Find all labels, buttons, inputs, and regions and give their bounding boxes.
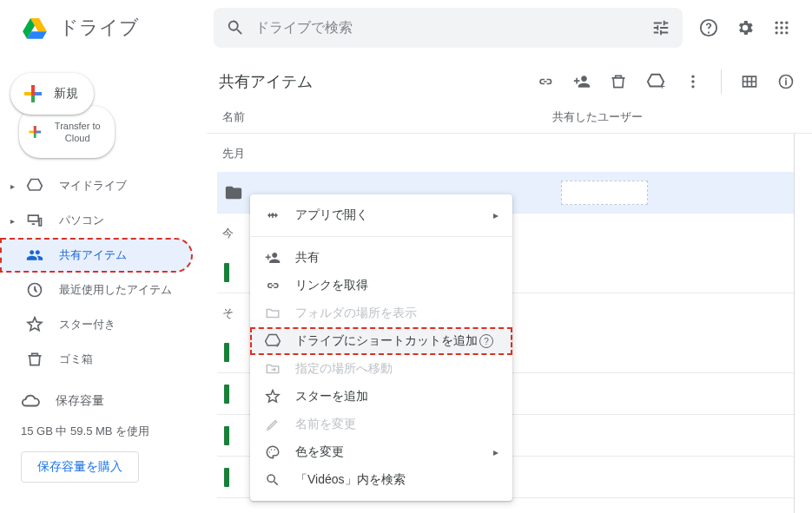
separator <box>721 69 722 94</box>
new-button[interactable]: 新規 <box>10 73 94 115</box>
mydrive-icon <box>24 177 45 194</box>
open-with-icon <box>264 207 281 224</box>
shared-icon <box>24 247 45 264</box>
star-icon <box>264 388 281 405</box>
svg-point-22 <box>271 449 273 451</box>
search-icon <box>264 471 281 489</box>
sidebar-nav: ▸ マイドライブ ▸ パソコン 共有アイテム 最近使用したアイテム <box>0 168 207 377</box>
move-icon <box>264 360 281 378</box>
settings-icon[interactable] <box>735 17 756 38</box>
sidebar-item-mydrive[interactable]: ▸ マイドライブ <box>0 168 193 203</box>
folder-icon <box>224 183 243 202</box>
svg-point-11 <box>776 31 778 34</box>
new-label: 新規 <box>54 86 78 102</box>
item-icon <box>224 343 229 362</box>
col-shared-by[interactable]: 共有したユーザー <box>552 109 643 125</box>
ctx-rename: 名前を変更 <box>250 411 512 438</box>
chevron-right-icon: ▸ <box>493 446 498 458</box>
cloud-icon <box>21 391 40 411</box>
ctx-change-color[interactable]: 色を変更 ▸ <box>250 438 512 466</box>
svg-point-5 <box>776 22 778 24</box>
svg-point-17 <box>691 80 694 82</box>
sidebar-item-computers[interactable]: ▸ パソコン <box>0 203 193 238</box>
star-icon <box>24 316 45 333</box>
svg-text:+: + <box>275 341 280 350</box>
delete-icon[interactable] <box>610 73 627 90</box>
grid-view-icon[interactable] <box>741 73 758 90</box>
svg-point-21 <box>269 451 271 453</box>
devices-icon <box>24 212 45 229</box>
chevron-right-icon: ▸ <box>10 181 21 191</box>
ctx-move: 指定の場所へ移動 <box>250 355 512 383</box>
svg-point-7 <box>785 22 788 24</box>
help-icon[interactable]: ? <box>479 334 493 348</box>
storage-usage: 15 GB 中 59.5 MB を使用 <box>21 424 189 439</box>
item-icon <box>224 468 229 487</box>
menu-separator <box>250 236 512 237</box>
person-add-icon <box>264 249 281 266</box>
link-icon <box>264 277 281 294</box>
sidebar-item-shared[interactable]: 共有アイテム <box>0 238 193 273</box>
sidebar-item-trash[interactable]: ゴミ箱 <box>0 342 193 377</box>
more-icon[interactable] <box>684 73 702 90</box>
svg-point-18 <box>691 85 694 88</box>
ctx-open-with[interactable]: アプリで開く ▸ <box>250 201 512 229</box>
ctx-show-location: フォルダの場所を表示 <box>250 299 512 327</box>
app-header: ドライブ ドライブで検索 <box>0 0 812 56</box>
column-headers: 名前 共有したユーザー <box>207 108 812 134</box>
item-icon <box>224 263 229 282</box>
sidebar-item-recent[interactable]: 最近使用したアイテム <box>0 273 193 307</box>
buy-storage-button[interactable]: 保存容量を購入 <box>21 451 139 483</box>
svg-point-10 <box>785 26 788 29</box>
svg-point-6 <box>780 22 782 24</box>
trash-icon <box>24 351 45 368</box>
transfer-label: Transfer to Cloud <box>47 120 108 144</box>
info-icon[interactable] <box>777 73 795 90</box>
svg-point-12 <box>780 31 782 34</box>
sidebar-item-storage[interactable]: 保存容量 <box>21 384 189 418</box>
folder-icon <box>264 305 281 322</box>
tune-icon[interactable] <box>651 18 670 37</box>
svg-point-23 <box>274 449 276 451</box>
svg-point-9 <box>780 26 782 29</box>
header-actions <box>698 17 799 38</box>
recent-icon <box>24 281 45 299</box>
context-menu: アプリで開く ▸ 共有 リンクを取得 フォルダの場所を表示 + ドライブにショー… <box>250 194 512 501</box>
search-placeholder: ドライブで検索 <box>255 19 651 37</box>
help-icon[interactable] <box>698 17 719 38</box>
svg-point-16 <box>691 76 694 78</box>
app-title: ドライブ <box>59 15 139 41</box>
sidebar: 新規 Transfer to Cloud ▸ マイドライブ ▸ パソコン 共有ア <box>0 56 207 513</box>
drive-shortcut-icon[interactable]: + <box>646 72 665 91</box>
link-icon[interactable] <box>537 73 554 90</box>
ctx-share[interactable]: 共有 <box>250 244 512 272</box>
svg-point-13 <box>785 31 788 34</box>
chevron-right-icon: ▸ <box>493 209 498 221</box>
item-icon <box>224 385 229 404</box>
redacted-user <box>561 181 648 205</box>
palette-icon <box>264 444 281 461</box>
item-icon <box>224 426 229 445</box>
rename-icon <box>264 416 281 433</box>
content-header: 共有アイテム + <box>207 56 812 108</box>
ctx-search-in[interactable]: 「Vidéos」内を検索 <box>250 466 512 494</box>
section-label: 先月 <box>217 134 794 172</box>
sidebar-item-starred[interactable]: スター付き <box>0 307 193 342</box>
svg-text:+: + <box>660 81 665 91</box>
chevron-right-icon: ▸ <box>10 216 21 226</box>
plus-multi-icon <box>28 123 42 141</box>
drive-shortcut-icon: + <box>264 332 281 350</box>
search-icon <box>226 18 245 37</box>
ctx-add-shortcut[interactable]: + ドライブにショートカットを追加 ? <box>250 327 512 355</box>
page-title: 共有アイテム <box>219 71 537 92</box>
apps-grid-icon[interactable] <box>771 17 792 38</box>
svg-point-8 <box>776 26 778 29</box>
ctx-get-link[interactable]: リンクを取得 <box>250 272 512 299</box>
logo-area[interactable]: ドライブ <box>7 12 214 43</box>
person-add-icon[interactable] <box>573 73 591 90</box>
search-bar[interactable]: ドライブで検索 <box>214 8 683 48</box>
drive-logo-icon <box>17 12 52 43</box>
storage-section: 保存容量 15 GB 中 59.5 MB を使用 保存容量を購入 <box>0 377 207 483</box>
ctx-add-star[interactable]: スターを追加 <box>250 383 512 411</box>
col-name[interactable]: 名前 <box>222 109 552 125</box>
